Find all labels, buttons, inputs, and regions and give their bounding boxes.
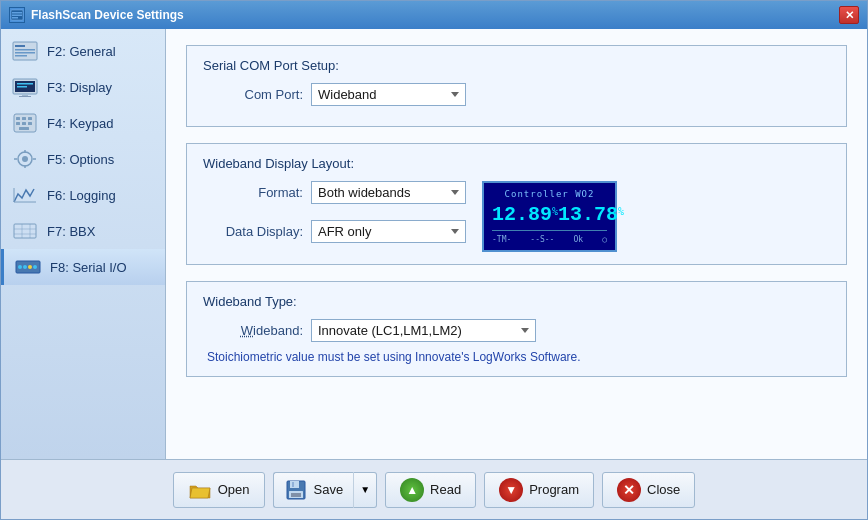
svg-rect-42 [290, 481, 299, 488]
preview-footer-s: --S-- [530, 235, 554, 244]
wideband-row: Wideband: Innovate (LC1,LM1,LM2) PLX Tec… [203, 319, 830, 342]
data-display-label: Data Display: [203, 224, 303, 239]
preview-footer-ok: Ok [573, 235, 583, 244]
f8-serial-io-icon [14, 256, 42, 278]
open-button[interactable]: Open [173, 472, 265, 508]
window-close-button[interactable]: ✕ [839, 6, 859, 24]
sidebar-label-f6-logging: F6: Logging [47, 188, 116, 203]
preview-value2-unit: % [618, 206, 624, 217]
sidebar-item-f5-options[interactable]: F5: Options [1, 141, 165, 177]
svg-rect-12 [17, 86, 27, 88]
app-icon [9, 7, 25, 23]
sidebar-item-f3-display[interactable]: F3: Display [1, 69, 165, 105]
svg-rect-14 [19, 96, 31, 97]
format-select[interactable]: Both widebands Single wideband [311, 181, 466, 204]
read-icon: ▲ [400, 478, 424, 502]
preview-value1: 12.89% [492, 203, 558, 226]
f4-keypad-icon [11, 112, 39, 134]
program-label: Program [529, 482, 579, 497]
close-icon: ✕ [617, 478, 641, 502]
preview-value2: 13.78% [558, 203, 624, 226]
sidebar-item-f8-serial-io[interactable]: F8: Serial I/O [1, 249, 165, 285]
footer: Open Save ▼ [1, 459, 867, 519]
sidebar-label-f4-keypad: F4: Keypad [47, 116, 114, 131]
wideband-label: Wideband: [203, 323, 303, 338]
close-button[interactable]: ✕ Close [602, 472, 695, 508]
com-port-select[interactable]: Wideband COM1 COM2 [311, 83, 466, 106]
f7-bbx-icon [11, 220, 39, 242]
svg-point-39 [28, 265, 32, 269]
sidebar-label-f8-serial-io: F8: Serial I/O [50, 260, 127, 275]
svg-point-37 [18, 265, 22, 269]
save-label: Save [314, 482, 344, 497]
wideband-form-fields: Format: Both widebands Single wideband D… [203, 181, 466, 251]
preview-values: 12.89% 13.78% [492, 203, 607, 226]
program-button[interactable]: ▼ Program [484, 472, 594, 508]
read-button[interactable]: ▲ Read [385, 472, 476, 508]
svg-point-40 [33, 265, 37, 269]
svg-rect-2 [12, 15, 22, 17]
main-panel: Serial COM Port Setup: Com Port: Wideban… [166, 29, 867, 459]
save-button[interactable]: Save [273, 472, 354, 508]
sidebar-item-f6-logging[interactable]: F6: Logging [1, 177, 165, 213]
com-port-row: Com Port: Wideband COM1 COM2 [203, 83, 830, 106]
svg-rect-22 [19, 127, 29, 130]
wideband-type-title: Wideband Type: [203, 294, 830, 309]
window-title: FlashScan Device Settings [31, 8, 184, 22]
preview-divider [492, 230, 607, 231]
f3-display-icon [11, 76, 39, 98]
program-icon: ▼ [499, 478, 523, 502]
svg-rect-43 [292, 482, 294, 487]
save-button-group: Save ▼ [273, 472, 378, 508]
svg-rect-7 [15, 52, 35, 54]
open-label: Open [218, 482, 250, 497]
close-label: Close [647, 482, 680, 497]
wideband-display-title: Wideband Display Layout: [203, 156, 830, 171]
f5-options-icon [11, 148, 39, 170]
preview-footer: -TM- --S-- Ok ○ [492, 235, 607, 244]
f6-logging-icon [11, 184, 39, 206]
svg-rect-18 [28, 117, 32, 120]
com-port-label: Com Port: [203, 87, 303, 102]
read-label: Read [430, 482, 461, 497]
svg-rect-16 [16, 117, 20, 120]
wideband-label-underline: W [241, 323, 253, 338]
svg-rect-3 [12, 17, 18, 19]
close-circle-icon: ✕ [617, 478, 641, 502]
title-bar: FlashScan Device Settings ✕ [1, 1, 867, 29]
svg-rect-20 [22, 122, 26, 125]
svg-rect-11 [17, 83, 33, 85]
main-window: FlashScan Device Settings ✕ F2: General [0, 0, 868, 520]
svg-rect-5 [15, 45, 25, 47]
preview-footer-circle: ○ [602, 235, 607, 244]
svg-point-38 [23, 265, 27, 269]
wideband-display-row: Format: Both widebands Single wideband D… [203, 181, 830, 252]
program-circle-icon: ▼ [499, 478, 523, 502]
wideband-type-section: Wideband Type: Wideband: Innovate (LC1,L… [186, 281, 847, 377]
stoich-note: Stoichiometric value must be set using I… [203, 350, 830, 364]
svg-rect-19 [16, 122, 20, 125]
sidebar-item-f2-general[interactable]: F2: General [1, 33, 165, 69]
content-area: F2: General F3: Display [1, 29, 867, 459]
read-circle-icon: ▲ [400, 478, 424, 502]
wideband-select[interactable]: Innovate (LC1,LM1,LM2) PLX TechEdge Zeit… [311, 319, 536, 342]
svg-rect-45 [291, 493, 301, 497]
data-display-select[interactable]: AFR only Lambda only AFR and Lambda [311, 220, 466, 243]
preview-footer-tm: -TM- [492, 235, 511, 244]
wideband-preview: Controller WO2 12.89% 13.78% -TM- [482, 181, 617, 252]
save-dropdown-button[interactable]: ▼ [353, 472, 377, 508]
serial-com-section: Serial COM Port Setup: Com Port: Wideban… [186, 45, 847, 127]
format-label: Format: [203, 185, 303, 200]
svg-rect-8 [15, 55, 27, 57]
svg-rect-4 [13, 42, 37, 60]
sidebar-item-f7-bbx[interactable]: F7: BBX [1, 213, 165, 249]
svg-rect-6 [15, 49, 35, 51]
sidebar-label-f7-bbx: F7: BBX [47, 224, 95, 239]
format-row: Format: Both widebands Single wideband [203, 181, 466, 204]
open-icon [188, 478, 212, 502]
svg-point-24 [22, 156, 28, 162]
svg-rect-17 [22, 117, 26, 120]
save-dropdown-arrow: ▼ [360, 484, 370, 495]
sidebar-item-f4-keypad[interactable]: F4: Keypad [1, 105, 165, 141]
f2-general-icon [11, 40, 39, 62]
